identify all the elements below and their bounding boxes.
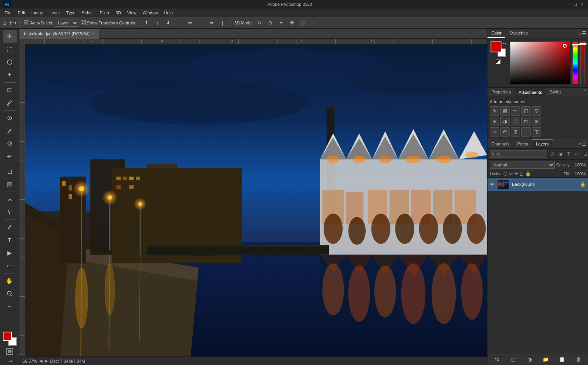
quick-mask[interactable] (3, 348, 17, 355)
3d-scale[interactable]: 🎥 (298, 19, 307, 27)
tab-color[interactable]: Color (487, 29, 505, 38)
screen-mode[interactable]: ▭ (3, 356, 17, 364)
marquee-tool[interactable]: ⬚ (3, 43, 17, 55)
opacity-value[interactable]: 100% (572, 163, 586, 167)
alpha-slider[interactable] (580, 42, 585, 84)
history-brush-tool[interactable]: ↩ (3, 150, 17, 163)
tab-properties[interactable]: Properties (487, 88, 515, 97)
default-colors[interactable] (496, 59, 501, 64)
menu-filter[interactable]: Filter (97, 10, 112, 16)
adj-threshold[interactable]: ⊞ (511, 127, 520, 137)
nav-left[interactable]: ◀ (39, 358, 42, 363)
auto-select-checkbox[interactable]: ✓ (24, 20, 29, 25)
adj-photofilter[interactable]: ◻ (521, 117, 531, 126)
zoom-tool[interactable] (3, 287, 17, 300)
adj-selectivecolor[interactable]: ◫ (532, 127, 541, 137)
align-h-bar[interactable]: — (175, 19, 184, 27)
move-tool[interactable]: ✛ (3, 30, 17, 43)
gradient-tool[interactable]: ▤ (3, 178, 17, 190)
delete-layer-btn[interactable]: 🗑 (574, 355, 583, 363)
adj-curves[interactable]: 〜 (511, 106, 520, 116)
magic-wand-tool[interactable]: ✦ (3, 69, 17, 81)
pen-tool[interactable] (3, 221, 17, 234)
menu-3d[interactable]: 3D (113, 10, 124, 16)
tab-close-btn[interactable]: × (92, 31, 94, 36)
adj-brightness[interactable]: ☀ (490, 106, 499, 116)
layer-visibility-toggle[interactable]: 👁 (490, 182, 495, 187)
canvas-viewport[interactable] (25, 45, 487, 356)
filter-pixel[interactable]: ⬡ (549, 150, 556, 157)
eraser-tool[interactable]: ◻ (3, 165, 17, 178)
more-options[interactable]: ··· (309, 19, 318, 27)
lock-artboard[interactable]: ◻ (520, 171, 524, 176)
tab-styles[interactable]: Styles (546, 88, 565, 97)
align-left[interactable]: ⬅ (186, 19, 194, 27)
path-selection-tool[interactable]: ▶ (3, 247, 17, 259)
menu-view[interactable]: View (124, 10, 140, 16)
filter-type[interactable]: T (565, 150, 572, 157)
dodge-tool[interactable] (3, 206, 17, 218)
nav-right[interactable]: ▶ (45, 358, 48, 363)
type-tool[interactable]: T (3, 234, 17, 246)
3d-pan[interactable]: ✦ (277, 19, 285, 27)
blend-mode-select[interactable]: Normal Multiply Screen Overlay (490, 161, 555, 169)
fg-swatch[interactable] (491, 42, 501, 52)
adj-exposure[interactable]: ◫ (521, 106, 531, 116)
move-dropdown[interactable]: ▾ (14, 20, 17, 25)
heal-brush-tool[interactable] (3, 112, 17, 124)
layers-menu[interactable]: ☰ (581, 141, 586, 147)
adj-gradientmap[interactable]: ≡ (521, 127, 531, 137)
new-group-btn[interactable]: 📁 (541, 355, 550, 363)
crop-tool[interactable]: ⊡ (3, 84, 17, 96)
fill-value[interactable]: 100% (572, 171, 586, 176)
lock-position[interactable]: ✛ (514, 171, 518, 176)
3d-slide[interactable]: ✤ (288, 19, 296, 27)
eyedropper-tool[interactable] (3, 97, 17, 109)
menu-help[interactable]: Help (161, 10, 176, 16)
new-fill-adj-btn[interactable]: ◑ (526, 355, 534, 363)
tab-adjustments[interactable]: Adjustments (515, 88, 546, 97)
clone-stamp-tool[interactable] (3, 137, 17, 150)
align-v-bar[interactable]: | (219, 19, 227, 27)
3d-orbit[interactable]: ⊙ (266, 19, 274, 27)
align-right[interactable]: ➡ (208, 19, 216, 27)
lock-pixels[interactable]: ⬡ (503, 171, 507, 176)
adj-levels[interactable]: ▤ (500, 106, 510, 116)
menu-layer[interactable]: Layer (46, 10, 63, 16)
3d-rotate[interactable]: ↻ (255, 19, 264, 27)
menu-type[interactable]: Type (63, 10, 79, 16)
align-h-center[interactable]: ↔ (197, 19, 205, 27)
tab-swatches[interactable]: Swatches (505, 29, 532, 38)
adj-blackwhite[interactable]: ⬡ (511, 117, 520, 126)
adj-colorbalance[interactable]: ◑ (500, 117, 510, 126)
auto-select-dropdown[interactable]: Layer Group (55, 19, 78, 27)
extra-tools[interactable]: ··· (3, 300, 17, 313)
tab-layers[interactable]: Layers (532, 139, 553, 148)
new-layer-btn[interactable]: 📋 (558, 355, 566, 363)
close-button[interactable]: ✕ (579, 2, 585, 7)
color-spectrum[interactable] (510, 42, 570, 84)
menu-select[interactable]: Select (79, 10, 97, 16)
tab-channels[interactable]: Channels (487, 140, 513, 148)
menu-image[interactable]: Image (28, 10, 47, 16)
foreground-color-swatch[interactable] (3, 332, 12, 341)
layer-name-label[interactable]: Background (512, 182, 578, 187)
lasso-tool[interactable] (3, 56, 17, 68)
minimize-button[interactable]: – (565, 2, 571, 7)
brush-tool[interactable] (3, 125, 17, 137)
hue-slider[interactable] (572, 42, 578, 84)
adj-panel-expand[interactable]: » (583, 88, 588, 97)
align-top[interactable]: ⬆ (142, 19, 151, 27)
layer-row[interactable]: 👁 Background (487, 178, 588, 191)
add-fx-btn[interactable]: fx (493, 355, 501, 363)
adj-channelmixer[interactable]: ⊛ (532, 117, 541, 126)
home-btn[interactable]: ⌂ (2, 19, 6, 26)
adj-vibrance[interactable]: ▽ (532, 106, 541, 116)
transform-checkbox[interactable]: ✓ (81, 20, 86, 25)
swap-colors-btn[interactable]: ⇆ (503, 42, 506, 45)
layers-search-input[interactable] (490, 150, 547, 158)
restore-button[interactable]: ❐ (572, 2, 578, 7)
fg-bg-swatches[interactable]: ⇆ (491, 42, 506, 57)
tab-paths[interactable]: Paths (513, 140, 532, 148)
lock-all[interactable]: 🔒 (525, 171, 531, 176)
